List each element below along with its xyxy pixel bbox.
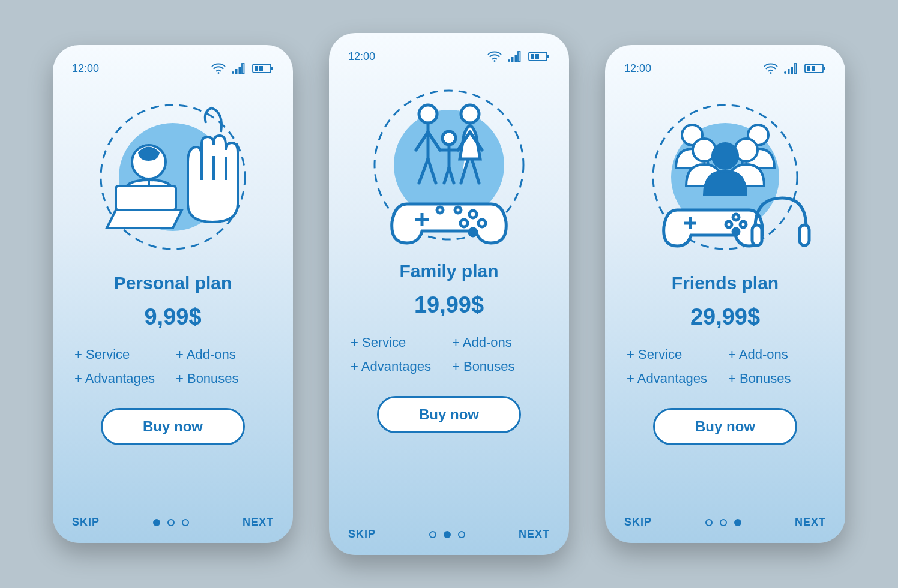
svg-rect-19 bbox=[511, 57, 514, 62]
svg-rect-20 bbox=[515, 55, 517, 62]
status-bar: 12:00 bbox=[348, 50, 550, 63]
page-dots bbox=[153, 519, 189, 526]
plan-price: 9,99$ bbox=[72, 304, 274, 330]
phone-friends: 12:00 bbox=[605, 45, 845, 543]
personal-icon bbox=[72, 87, 274, 267]
svg-point-1 bbox=[232, 71, 234, 74]
svg-rect-3 bbox=[239, 67, 241, 74]
svg-point-48 bbox=[469, 229, 477, 236]
battery-icon bbox=[804, 63, 826, 74]
svg-point-34 bbox=[461, 105, 479, 123]
svg-rect-73 bbox=[752, 225, 762, 245]
dot-1[interactable] bbox=[429, 531, 436, 538]
svg-rect-23 bbox=[547, 55, 549, 58]
svg-rect-58 bbox=[807, 66, 810, 71]
svg-point-47 bbox=[460, 220, 468, 227]
svg-rect-57 bbox=[824, 67, 825, 70]
status-bar: 12:00 bbox=[624, 62, 826, 75]
svg-point-0 bbox=[218, 72, 220, 74]
nav-row: SKIP NEXT bbox=[72, 516, 274, 529]
plan-title: Friends plan bbox=[624, 273, 826, 293]
svg-rect-59 bbox=[812, 66, 815, 71]
page-dots bbox=[429, 531, 465, 538]
feature-item: + Add-ons bbox=[176, 347, 271, 362]
svg-rect-25 bbox=[535, 54, 539, 59]
dot-1[interactable] bbox=[153, 519, 160, 526]
wifi-icon bbox=[487, 51, 502, 62]
friends-icon bbox=[624, 87, 826, 267]
dot-3[interactable] bbox=[458, 531, 465, 538]
svg-rect-24 bbox=[531, 54, 534, 59]
feature-item: + Advantages bbox=[627, 371, 722, 386]
svg-rect-4 bbox=[242, 64, 244, 74]
feature-item: + Advantages bbox=[351, 359, 446, 374]
phone-family: 12:00 bbox=[329, 33, 569, 555]
nav-row: SKIP NEXT bbox=[624, 516, 826, 529]
feature-list: + Service + Add-ons + Advantages + Bonus… bbox=[72, 347, 274, 386]
feature-item: + Service bbox=[351, 335, 446, 350]
feature-item: + Service bbox=[627, 347, 722, 362]
plan-price: 29,99$ bbox=[624, 304, 826, 330]
plan-title: Personal plan bbox=[72, 273, 274, 293]
next-button[interactable]: NEXT bbox=[243, 516, 274, 529]
skip-button[interactable]: SKIP bbox=[624, 516, 652, 529]
wifi-icon bbox=[764, 63, 778, 74]
buy-now-button[interactable]: Buy now bbox=[101, 408, 245, 445]
svg-point-45 bbox=[469, 211, 477, 218]
feature-item: + Bonuses bbox=[728, 371, 824, 386]
feature-list: + Service + Add-ons + Advantages + Bonus… bbox=[348, 335, 550, 374]
status-time: 12:00 bbox=[348, 50, 375, 63]
plan-price: 19,99$ bbox=[348, 292, 550, 318]
svg-point-50 bbox=[455, 207, 461, 213]
svg-point-18 bbox=[508, 59, 510, 62]
next-button[interactable]: NEXT bbox=[795, 516, 826, 529]
buy-now-button[interactable]: Buy now bbox=[377, 396, 521, 433]
dot-3[interactable] bbox=[734, 519, 741, 526]
signal-icon bbox=[232, 63, 246, 74]
buy-now-button[interactable]: Buy now bbox=[653, 408, 797, 445]
svg-rect-53 bbox=[788, 69, 790, 74]
svg-rect-55 bbox=[794, 64, 797, 74]
dot-2[interactable] bbox=[720, 519, 727, 526]
svg-point-28 bbox=[419, 105, 437, 123]
battery-icon bbox=[252, 63, 274, 74]
svg-point-71 bbox=[726, 221, 732, 227]
dot-2[interactable] bbox=[444, 531, 451, 538]
page-dots bbox=[705, 519, 741, 526]
dot-3[interactable] bbox=[182, 519, 189, 526]
feature-item: + Bonuses bbox=[176, 371, 271, 386]
feature-item: + Add-ons bbox=[728, 347, 824, 362]
svg-rect-8 bbox=[259, 66, 263, 71]
battery-icon bbox=[528, 51, 550, 62]
feature-item: + Advantages bbox=[74, 371, 170, 386]
svg-point-69 bbox=[733, 214, 739, 220]
svg-point-72 bbox=[733, 229, 739, 235]
dot-2[interactable] bbox=[167, 519, 175, 526]
nav-row: SKIP NEXT bbox=[348, 528, 550, 541]
wifi-icon bbox=[211, 63, 226, 74]
skip-button[interactable]: SKIP bbox=[348, 528, 376, 541]
signal-icon bbox=[784, 63, 798, 74]
feature-list: + Service + Add-ons + Advantages + Bonus… bbox=[624, 347, 826, 386]
plan-title: Family plan bbox=[348, 261, 550, 281]
svg-point-17 bbox=[494, 60, 496, 62]
status-icons bbox=[764, 63, 826, 74]
svg-point-66 bbox=[713, 143, 738, 169]
next-button[interactable]: NEXT bbox=[519, 528, 550, 541]
svg-point-46 bbox=[478, 220, 486, 227]
dot-1[interactable] bbox=[705, 519, 713, 526]
feature-item: + Service bbox=[74, 347, 170, 362]
svg-point-52 bbox=[784, 71, 786, 74]
svg-rect-74 bbox=[800, 225, 809, 245]
status-time: 12:00 bbox=[72, 62, 99, 75]
feature-item: + Bonuses bbox=[452, 359, 547, 374]
skip-button[interactable]: SKIP bbox=[72, 516, 100, 529]
svg-point-51 bbox=[770, 72, 772, 74]
svg-rect-2 bbox=[235, 69, 238, 74]
svg-rect-21 bbox=[518, 52, 520, 62]
svg-rect-54 bbox=[791, 67, 794, 74]
svg-rect-7 bbox=[255, 66, 258, 71]
status-icons bbox=[211, 63, 274, 74]
svg-point-49 bbox=[437, 207, 443, 213]
signal-icon bbox=[508, 51, 522, 62]
